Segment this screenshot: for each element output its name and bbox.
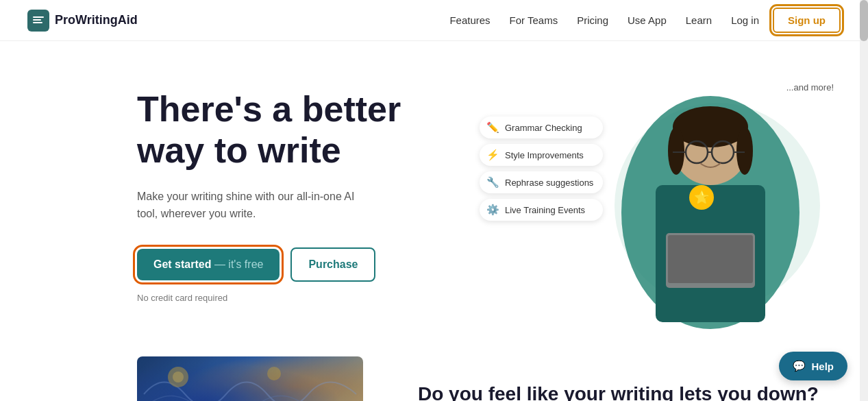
svg-rect-1: [33, 19, 41, 21]
nav-for-teams[interactable]: For Teams: [510, 14, 558, 26]
svg-point-18: [267, 367, 281, 380]
scrollbar[interactable]: [860, 0, 868, 401]
svg-rect-2: [33, 22, 42, 23]
hero-subtitle: Make your writing shine with our all-in-…: [137, 188, 370, 223]
grammar-icon: ✏️: [486, 121, 499, 134]
bottom-right: Do you feel like your writing lets you d…: [418, 382, 841, 401]
navbar: ProWritingAid Features For Teams Pricing…: [0, 0, 868, 41]
feature-pill-rephrase: 🔧 Rephrase suggestions: [480, 171, 603, 193]
star-badge: ⭐: [689, 185, 714, 210]
rephrase-label: Rephrase suggestions: [505, 178, 593, 188]
svg-point-17: [173, 372, 184, 382]
svg-point-10: [736, 127, 753, 175]
purchase-button[interactable]: Purchase: [290, 247, 375, 282]
svg-point-9: [668, 127, 684, 175]
help-label: Help: [811, 361, 834, 372]
feature-pill-grammar: ✏️ Grammar Checking: [480, 117, 603, 138]
feature-pill-training: ⚙️ Live Training Events: [480, 199, 603, 221]
svg-point-8: [673, 106, 748, 147]
scrollbar-thumb[interactable]: [860, 0, 868, 41]
help-button[interactable]: 💬 Help: [779, 352, 847, 380]
grammar-label: Grammar Checking: [505, 123, 582, 133]
hero-right: ⭐ ...and more! ✏️ Grammar Checking ⚡ Sty…: [480, 75, 841, 336]
training-icon: ⚙️: [486, 204, 499, 216]
nav-use-app[interactable]: Use App: [628, 14, 667, 26]
hero-title: There's a better way to write: [137, 89, 466, 171]
swirl-svg: [137, 356, 363, 401]
hero-section: There's a better way to write Make your …: [0, 41, 868, 356]
svg-rect-0: [33, 16, 44, 18]
starry-night-image: [137, 356, 363, 401]
brand-name: ProWritingAid: [55, 13, 138, 27]
rephrase-icon: 🔧: [486, 176, 499, 189]
nav-links: Features For Teams Pricing Use App Learn…: [449, 14, 759, 27]
logo-icon: [27, 10, 49, 32]
help-icon: 💬: [793, 360, 806, 372]
feature-pill-style: ⚡ Style Improvements: [480, 144, 603, 166]
nav-features[interactable]: Features: [449, 14, 490, 26]
feature-pills: ✏️ Grammar Checking ⚡ Style Improvements…: [480, 117, 603, 221]
style-icon: ⚡: [486, 149, 499, 161]
nav-pricing[interactable]: Pricing: [577, 14, 608, 26]
style-label: Style Improvements: [505, 150, 584, 160]
nav-log-in[interactable]: Log in: [731, 14, 759, 26]
no-credit-text: No credit card required: [137, 293, 466, 303]
get-started-button[interactable]: Get started — it's free: [137, 249, 280, 280]
bottom-question: Do you feel like your writing lets you d…: [418, 382, 841, 401]
training-label: Live Training Events: [505, 205, 585, 215]
bottom-section: Do you feel like your writing lets you d…: [0, 356, 868, 401]
and-more-text: ...and more!: [786, 82, 834, 93]
brand-logo[interactable]: ProWritingAid: [27, 10, 138, 32]
hero-buttons: Get started — it's free Purchase: [137, 247, 466, 282]
hero-left: There's a better way to write Make your …: [137, 75, 466, 303]
signup-button[interactable]: Sign up: [773, 8, 841, 33]
svg-rect-7: [668, 235, 753, 283]
nav-learn[interactable]: Learn: [686, 14, 712, 26]
